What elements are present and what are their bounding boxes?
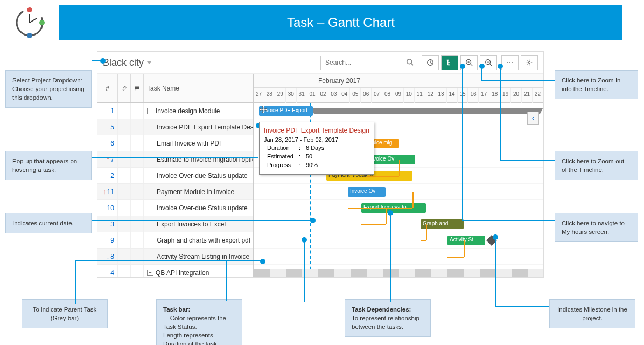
day-cell: 06 bbox=[361, 88, 372, 103]
timeline-row: Export Invoices to bbox=[254, 200, 543, 216]
day-cell: 28 bbox=[264, 88, 275, 103]
svg-line-7 bbox=[411, 63, 414, 65]
tooltip-dates: Jan 28, 2017 - Feb 02, 2017 bbox=[264, 136, 369, 143]
row-attach bbox=[118, 200, 131, 216]
col-taskname-header: Task Name bbox=[144, 74, 253, 102]
svg-line-14 bbox=[490, 64, 492, 66]
table-row[interactable]: 3Export Invoices to Excel bbox=[97, 216, 253, 232]
row-comment bbox=[131, 135, 144, 151]
nav-left-button[interactable]: ‹ bbox=[527, 112, 539, 125]
task-bar[interactable]: Activity St bbox=[447, 236, 485, 245]
row-attach bbox=[118, 265, 131, 277]
collapse-icon[interactable]: − bbox=[147, 270, 153, 276]
row-attach bbox=[118, 232, 131, 248]
row-comment bbox=[131, 168, 144, 183]
row-number: 2 bbox=[97, 168, 118, 183]
row-comment bbox=[131, 265, 144, 277]
day-cell: 12 bbox=[425, 88, 436, 103]
collapse-icon[interactable]: − bbox=[147, 108, 153, 114]
row-taskname: Payment Module in Invoice bbox=[144, 184, 253, 199]
col-comment-header bbox=[131, 74, 144, 102]
row-attach bbox=[118, 184, 131, 199]
table-row[interactable]: ↑ 7Estimate to Invoice migration option bbox=[97, 151, 253, 168]
table-row[interactable]: 2Invoice Over-due Status update bbox=[97, 168, 253, 184]
svg-line-5 bbox=[30, 18, 37, 23]
table-row[interactable]: 6Email Invoice with PDF bbox=[97, 135, 253, 151]
day-cell: 03 bbox=[328, 88, 339, 103]
row-taskname: Email Invoice with PDF bbox=[144, 135, 253, 151]
callout-myhours: Click here to navigte to My hours screen… bbox=[555, 213, 638, 242]
row-taskname: Invoice Over-due Status update bbox=[144, 200, 253, 216]
row-comment bbox=[131, 216, 144, 232]
table-row[interactable]: 5Invoice PDF Export Template Design bbox=[97, 119, 253, 135]
task-bar[interactable]: Export Invoices to bbox=[361, 203, 426, 213]
clock-button[interactable] bbox=[422, 55, 439, 70]
day-cell: 29 bbox=[275, 88, 286, 103]
row-number: 3 bbox=[97, 216, 118, 232]
hierarchy-button[interactable] bbox=[441, 55, 458, 70]
scrollbar[interactable] bbox=[254, 269, 543, 277]
timeline-row bbox=[254, 249, 543, 265]
task-bar[interactable]: Invoice Ov bbox=[348, 187, 386, 197]
day-cell: 16 bbox=[468, 88, 479, 103]
search-input[interactable] bbox=[325, 59, 406, 66]
table-row[interactable]: 4−QB API Integration bbox=[97, 265, 253, 277]
col-attachment-header bbox=[118, 74, 131, 102]
day-cell: 14 bbox=[447, 88, 458, 103]
day-cell: 17 bbox=[479, 88, 489, 103]
row-taskname: Graph and charts with export pdf bbox=[144, 232, 253, 248]
row-number: 9 bbox=[97, 232, 118, 248]
day-cell: 10 bbox=[404, 88, 415, 103]
callout-current-date: Indicates current date. bbox=[5, 213, 92, 233]
day-cell: 09 bbox=[393, 88, 404, 103]
row-comment bbox=[131, 200, 144, 216]
row-taskname: Invoice PDF Export Template Design bbox=[144, 119, 253, 135]
row-comment bbox=[131, 119, 144, 135]
table-row[interactable]: 1−Invoice design Module bbox=[97, 103, 253, 119]
timeline-row: Graph and bbox=[254, 216, 543, 232]
row-number: ↑ 7 bbox=[97, 151, 118, 167]
svg-line-10 bbox=[471, 64, 473, 66]
project-dropdown[interactable]: Black city bbox=[103, 57, 151, 68]
day-cell: 02 bbox=[318, 88, 329, 103]
day-cell: 08 bbox=[382, 88, 393, 103]
svg-point-1 bbox=[27, 7, 32, 12]
row-number: 6 bbox=[97, 135, 118, 151]
row-comment bbox=[131, 184, 144, 199]
chart-toolbar: Black city ⋯ bbox=[97, 52, 543, 74]
table-row[interactable]: ↓ 8Activity Stream Listing in Invoice bbox=[97, 249, 253, 265]
task-tooltip: Invoice PDF Export Template Design Jan 2… bbox=[259, 122, 374, 175]
row-taskname: −Invoice design Module bbox=[144, 103, 253, 119]
grid-header: # Task Name bbox=[97, 74, 253, 103]
table-row[interactable]: 9Graph and charts with export pdf bbox=[97, 232, 253, 249]
callout-tooltip: Pop-up that appears on hovering a task. bbox=[5, 151, 92, 180]
callout-parent-task: To indicate Parent Task (Grey bar) bbox=[22, 299, 108, 328]
col-number-header: # bbox=[97, 74, 118, 102]
day-cell: 22 bbox=[533, 88, 543, 103]
row-taskname: −QB API Integration bbox=[144, 265, 253, 277]
svg-point-16 bbox=[528, 61, 530, 64]
settings-button[interactable] bbox=[521, 55, 538, 70]
more-button[interactable]: ⋯ bbox=[501, 55, 519, 70]
day-cell: 27 bbox=[254, 88, 264, 103]
row-number: 1 bbox=[97, 103, 118, 119]
table-row[interactable]: ↑ 11Payment Module in Invoice bbox=[97, 184, 253, 200]
app-logo bbox=[11, 6, 48, 39]
row-comment bbox=[131, 232, 144, 248]
day-cell: 07 bbox=[372, 88, 382, 103]
table-row[interactable]: 10Invoice Over-due Status update bbox=[97, 200, 253, 216]
row-number: 4 bbox=[97, 265, 118, 277]
day-cell: 18 bbox=[489, 88, 500, 103]
day-cell: 31 bbox=[297, 88, 307, 103]
search-box[interactable] bbox=[320, 56, 417, 70]
callout-taskbar: Task bar: Color represents the Task Stat… bbox=[156, 299, 242, 345]
row-attach bbox=[118, 119, 131, 135]
day-cell: 05 bbox=[350, 88, 361, 103]
callout-zoom-in: Click here to Zoom-in into the Timeline. bbox=[555, 70, 638, 99]
task-bar[interactable]: Graph and bbox=[421, 219, 464, 229]
svg-point-2 bbox=[39, 20, 45, 25]
day-cell: 11 bbox=[415, 88, 425, 103]
day-cell: 30 bbox=[286, 88, 297, 103]
row-attach bbox=[118, 249, 131, 264]
task-grid: # Task Name 1−Invoice design Module 5Inv… bbox=[97, 74, 254, 277]
